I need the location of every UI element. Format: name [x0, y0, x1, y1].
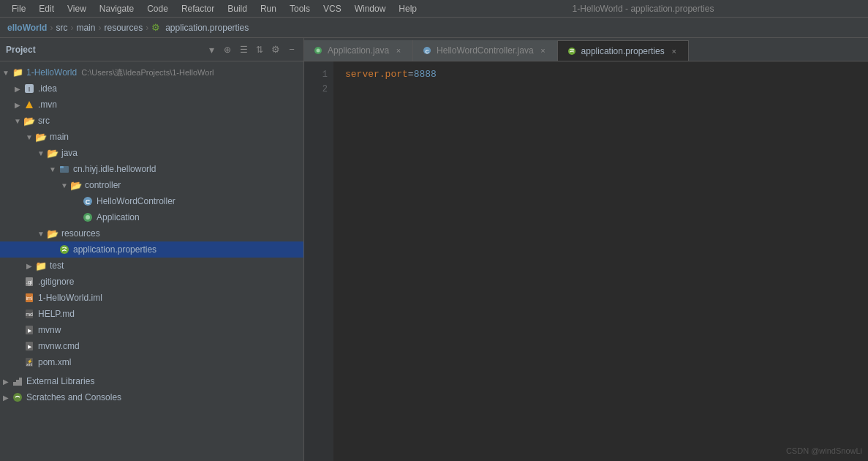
menu-view[interactable]: View — [61, 2, 92, 15]
menu-help[interactable]: Help — [393, 2, 423, 15]
src-icon: 📂 — [23, 115, 35, 127]
menu-refactor[interactable]: Refactor — [176, 2, 220, 15]
tree-mvnw[interactable]: ▶ mvnw — [0, 322, 303, 338]
tree-root[interactable]: ▼ 📁 1-HelloWorld C:\Users\漉\IdeaProjects… — [0, 64, 303, 80]
idea-label: .idea — [38, 83, 57, 94]
menu-edit[interactable]: Edit — [33, 2, 60, 15]
svg-text:md: md — [26, 312, 33, 317]
editor-area: Application.java × C HelloWordController… — [304, 38, 868, 461]
sidebar-settings-icon[interactable]: ⚙ — [270, 44, 282, 56]
menu-vcs[interactable]: VCS — [317, 2, 347, 15]
application-label: Application — [97, 212, 140, 222]
svg-point-27 — [317, 49, 320, 53]
menu-build[interactable]: Build — [222, 2, 253, 15]
controller-file-label: HelloWordController — [97, 196, 176, 206]
mvnwcmd-icon: ▶ — [23, 340, 35, 352]
menu-window[interactable]: Window — [349, 2, 392, 15]
code-line-1: server.port=8888 — [345, 67, 868, 82]
code-content[interactable]: server.port=8888 — [333, 61, 868, 461]
tree-helpmd[interactable]: md HELP.md — [0, 306, 303, 322]
java-label: java — [61, 148, 78, 158]
breadcrumb: elloWorld › src › main › resources › ⚙ a… — [0, 18, 868, 38]
resources-icon: 📂 — [47, 228, 59, 239]
menu-code[interactable]: Code — [141, 2, 174, 15]
svg-text:xml: xml — [26, 362, 32, 367]
sidebar-expand-icon[interactable]: ⇅ — [254, 44, 265, 56]
svg-rect-22 — [13, 382, 16, 386]
menu-file[interactable]: File — [6, 2, 31, 15]
code-value-port: 8888 — [414, 67, 437, 82]
breadcrumb-resources[interactable]: resources — [104, 23, 143, 33]
tree-appprops[interactable]: application.properties — [0, 241, 303, 258]
tree-src[interactable]: ▼ 📂 src — [0, 113, 303, 129]
menu-run[interactable]: Run — [254, 2, 282, 15]
sidebar-dropdown-icon[interactable]: ▾ — [205, 44, 217, 56]
menu-bar: File Edit View Navigate Code Refactor Bu… — [0, 0, 868, 18]
idea-icon: I — [23, 83, 35, 94]
application-java-icon — [313, 45, 323, 56]
mvn-label: .mvn — [38, 100, 57, 110]
breadcrumb-project[interactable]: elloWorld — [7, 23, 47, 33]
pomxml-icon: ⚡ xml — [23, 356, 35, 368]
main-icon: 📂 — [35, 131, 47, 143]
tree-resources[interactable]: ▼ 📂 resources — [0, 225, 303, 241]
tree-ext-libs[interactable]: ▶ External Libraries — [0, 373, 303, 389]
code-editor[interactable]: 1 2 server.port=8888 — [304, 61, 868, 461]
tab-application-java[interactable]: Application.java × — [304, 40, 413, 61]
tab-appprops-label: application.properties — [581, 46, 665, 56]
controller-label: controller — [85, 180, 121, 190]
menu-tools[interactable]: Tools — [284, 2, 316, 15]
sidebar-header: Project ▾ ⊕ ☰ ⇅ ⚙ − — [0, 38, 303, 61]
mvnw-icon: ▶ — [23, 324, 35, 336]
sidebar: Project ▾ ⊕ ☰ ⇅ ⚙ − ▼ 📁 1-HelloWorld C:\… — [0, 38, 304, 461]
iml-label: 1-HelloWorld.iml — [38, 293, 102, 303]
svg-point-25 — [13, 393, 22, 402]
breadcrumb-src[interactable]: src — [56, 23, 67, 33]
tab-appprops[interactable]: application.properties × — [558, 40, 689, 61]
application-icon — [82, 211, 94, 223]
tree-java[interactable]: ▼ 📂 java — [0, 145, 303, 161]
appprops-icon — [59, 244, 70, 255]
tree-scratches[interactable]: ▶ Scratches and Consoles — [0, 389, 303, 405]
tab-controller-close[interactable]: × — [538, 45, 548, 56]
tree-gitignore[interactable]: .gi .gitignore — [0, 274, 303, 290]
resources-label: resources — [61, 228, 100, 239]
root-path: C:\Users\漉\IdeaProjects\1-HelloWorl — [81, 67, 214, 78]
tree-controller[interactable]: C HelloWordController — [0, 193, 303, 209]
test-icon: 📁 — [35, 260, 47, 271]
sidebar-minimize-icon[interactable]: − — [286, 44, 298, 56]
tab-appprops-close[interactable]: × — [669, 46, 679, 56]
breadcrumb-main[interactable]: main — [76, 23, 95, 33]
tree-pomxml[interactable]: ⚡ xml pom.xml — [0, 354, 303, 370]
controller-icon: C — [82, 195, 94, 207]
helpmd-icon: md — [23, 308, 35, 320]
svg-rect-23 — [16, 380, 19, 386]
tab-helloword-controller[interactable]: C HelloWordController.java × — [413, 40, 558, 61]
svg-text:.gi: .gi — [26, 279, 33, 285]
pkg-label: cn.hiyj.idle.helloworld — [73, 164, 156, 174]
watermark: CSDN @windSnowLi — [786, 446, 862, 455]
tree-pkg[interactable]: ▼ cn.hiyj.idle.helloworld — [0, 161, 303, 177]
iml-icon: iml — [23, 292, 35, 304]
ext-libs-icon — [12, 375, 23, 387]
tree-mvn[interactable]: ▶ .mvn — [0, 97, 303, 113]
tab-controller-label: HelloWordController.java — [437, 45, 534, 56]
tab-application-java-close[interactable]: × — [393, 45, 404, 56]
tree-test[interactable]: ▶ 📁 test — [0, 258, 303, 274]
menu-navigate[interactable]: Navigate — [94, 2, 140, 15]
line-numbers: 1 2 — [304, 61, 333, 461]
tree-main[interactable]: ▼ 📂 main — [0, 129, 303, 145]
tree-idea[interactable]: ▶ I .idea — [0, 80, 303, 97]
sidebar-sync-icon[interactable]: ⊕ — [222, 44, 233, 56]
tree-iml[interactable]: iml 1-HelloWorld.iml — [0, 290, 303, 306]
tree-mvnwcmd[interactable]: ▶ mvnw.cmd — [0, 338, 303, 354]
code-key-serverport: server.port — [345, 67, 408, 82]
tab-bar: Application.java × C HelloWordController… — [304, 38, 868, 61]
ext-libs-label: External Libraries — [26, 376, 94, 386]
tree-controller-folder[interactable]: ▼ 📂 controller — [0, 177, 303, 193]
sidebar-collapse-icon[interactable]: ☰ — [238, 44, 249, 56]
svg-rect-3 — [60, 166, 64, 168]
java-folder-icon: 📂 — [47, 147, 59, 159]
breadcrumb-file[interactable]: application.properties — [165, 23, 249, 33]
tree-application[interactable]: Application — [0, 209, 303, 225]
